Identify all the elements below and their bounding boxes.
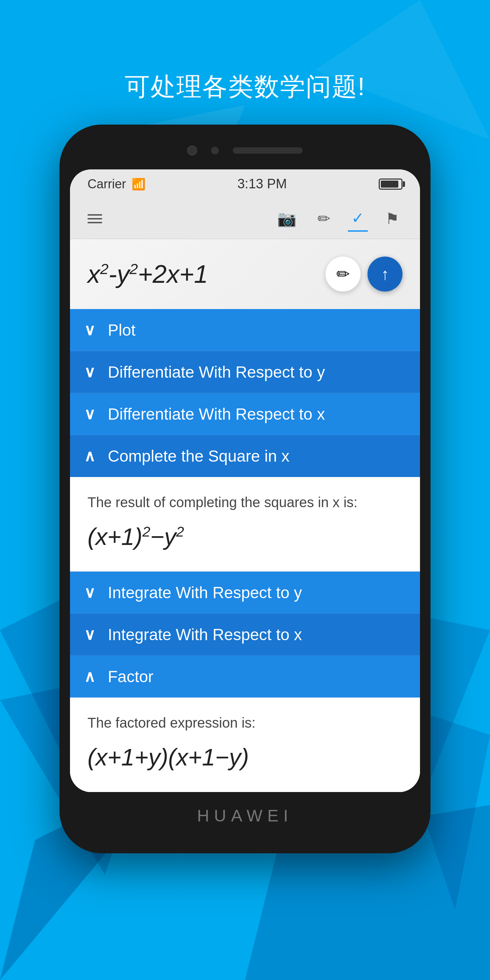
expression-display: x2-y2+2x+1 — [88, 260, 208, 288]
diff-x-label: Differentiate With Respect to x — [108, 405, 325, 423]
factor-result: The factored expression is: (x+1+y)(x+1−… — [70, 698, 420, 792]
plot-label: Plot — [108, 321, 135, 339]
phone-bottom: HUAWEI — [70, 792, 420, 832]
status-left: Carrier 📶 — [88, 177, 146, 191]
chevron-down-icon: ∨ — [84, 405, 95, 423]
phone-body: Carrier 📶 3:13 PM 📷 — [59, 125, 431, 853]
complete-square-result: The result of completing the squares in … — [70, 477, 420, 571]
menu-item-integrate-y[interactable]: ∨ Integrate With Respect to y — [70, 571, 420, 614]
phone-speaker — [233, 147, 303, 154]
upload-button[interactable]: ↑ — [368, 256, 402, 291]
factor-description: The factored expression is: — [88, 715, 402, 731]
menu-item-plot[interactable]: ∨ Plot — [70, 309, 420, 351]
hamburger-menu[interactable] — [88, 214, 102, 223]
nav-icons: 📷 ✏ ✓ ⚑ — [274, 205, 402, 232]
expression-buttons: ✏ ↑ — [326, 256, 402, 291]
menu-item-diff-x[interactable]: ∨ Differentiate With Respect to x — [70, 393, 420, 435]
chevron-down-icon: ∨ — [84, 584, 95, 601]
diff-y-label: Differentiate With Respect to y — [108, 363, 325, 382]
factor-label: Factor — [108, 667, 153, 686]
phone-top-bar — [70, 146, 420, 155]
expression-area: x2-y2+2x+1 ✏ ↑ — [70, 239, 420, 309]
checkmark-icon[interactable]: ✓ — [348, 205, 368, 232]
chevron-up-icon: ∧ — [84, 447, 95, 465]
menu-line-2 — [88, 218, 102, 220]
chevron-down-icon: ∨ — [84, 625, 95, 643]
phone-brand-label: HUAWEI — [197, 806, 293, 825]
chevron-down-icon: ∨ — [84, 363, 95, 381]
time-display: 3:13 PM — [237, 177, 287, 191]
page-title: 可处理各类数学问题! — [125, 70, 365, 103]
complete-square-formula: (x+1)2−y2 — [88, 523, 402, 550]
menu-item-integrate-x[interactable]: ∨ Integrate With Respect to x — [70, 614, 420, 655]
battery-fill — [381, 181, 398, 188]
status-bar: Carrier 📶 3:13 PM — [70, 169, 420, 199]
pencil-icon[interactable]: ✏ — [314, 206, 334, 231]
battery-icon — [379, 178, 402, 190]
edit-icon: ✏ — [336, 265, 350, 283]
upload-icon: ↑ — [381, 265, 389, 283]
menu-item-diff-y[interactable]: ∨ Differentiate With Respect to y — [70, 351, 420, 393]
complete-square-label: Complete the Square in x — [108, 447, 290, 466]
wifi-icon: 📶 — [132, 177, 146, 191]
menu-line-3 — [88, 222, 102, 223]
factor-formula: (x+1+y)(x+1−y) — [88, 743, 402, 771]
complete-square-description: The result of completing the squares in … — [88, 495, 402, 510]
flag-icon[interactable]: ⚑ — [382, 206, 402, 231]
integrate-x-label: Integrate With Respect to x — [108, 625, 302, 644]
carrier-label: Carrier — [88, 177, 126, 191]
menu-item-complete-square[interactable]: ∧ Complete the Square in x — [70, 435, 420, 477]
menu-line-1 — [88, 214, 102, 216]
edit-expression-button[interactable]: ✏ — [326, 256, 361, 291]
battery-container — [379, 178, 402, 190]
menu-item-factor[interactable]: ∧ Factor — [70, 655, 420, 698]
chevron-up-icon: ∧ — [84, 667, 95, 685]
phone-screen: Carrier 📶 3:13 PM 📷 — [70, 169, 420, 792]
menu-list: ∨ Plot ∨ Differentiate With Respect to y… — [70, 309, 420, 792]
nav-bar: 📷 ✏ ✓ ⚑ — [70, 199, 420, 239]
chevron-down-icon: ∨ — [84, 321, 95, 339]
camera-icon[interactable]: 📷 — [274, 206, 300, 231]
phone-dot — [211, 146, 219, 154]
integrate-y-label: Integrate With Respect to y — [108, 583, 302, 602]
phone-frame: Carrier 📶 3:13 PM 📷 — [59, 125, 431, 853]
phone-camera — [187, 146, 197, 155]
